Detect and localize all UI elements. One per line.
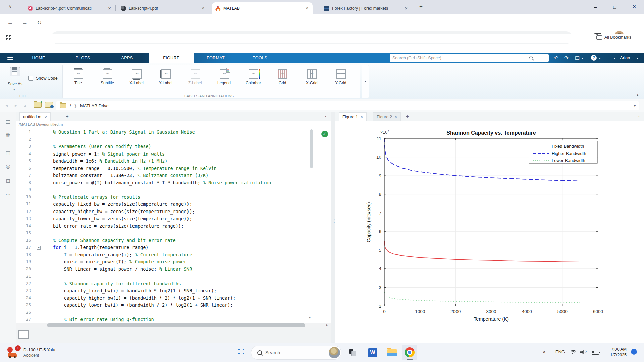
figure-menu-icon[interactable]: ⋮ (637, 114, 641, 119)
tab-search-chevron-icon[interactable]: ∨ (9, 4, 12, 9)
panel-splitter[interactable]: ⋮ (331, 112, 335, 343)
scroll-down-icon[interactable]: ▾ (309, 316, 311, 319)
tab-close-icon[interactable]: × (361, 115, 363, 119)
all-bookmarks-button[interactable]: All Bookmarks (596, 35, 631, 40)
scrollbar-thumb[interactable] (47, 323, 305, 327)
toolstrip-tab-tools[interactable]: TOOLS (238, 53, 282, 63)
word-app-icon[interactable]: W (368, 348, 377, 357)
toolstrip-button-title[interactable]: ∼Title (64, 67, 92, 85)
toolstrip-button-subtitle[interactable]: ∼Subtitle (94, 67, 121, 85)
toolstrip-tab-apps[interactable]: APPS (105, 53, 149, 63)
minimized-panel-icon[interactable] (18, 330, 29, 339)
figure-canvas[interactable]: 0100020003000400050006000234567891011Sha… (335, 121, 644, 343)
start-button[interactable] (237, 349, 244, 356)
tab-close-icon[interactable]: × (200, 5, 205, 11)
scroll-right-icon[interactable]: ▸ (326, 323, 328, 327)
user-menu[interactable]: Arian (620, 55, 630, 60)
editor-menu-icon[interactable]: ⋮ (323, 114, 328, 119)
widgets-weather-image[interactable] (329, 347, 340, 358)
language-indicator[interactable]: ENG (555, 349, 565, 354)
chrome-app-button[interactable] (402, 345, 417, 360)
window-maximize-button[interactable]: □ (605, 0, 625, 13)
tab-close-icon[interactable]: × (107, 5, 112, 11)
new-tab-button[interactable]: + (419, 3, 423, 10)
code-fold-icon[interactable]: − (37, 246, 41, 250)
show-code-checkbox[interactable]: Show Code (28, 76, 58, 81)
upload-folder-icon[interactable] (45, 102, 53, 108)
task-view-button[interactable] (349, 349, 356, 355)
notification-bell-icon[interactable] (631, 349, 637, 354)
toolstrip-collapse-icon[interactable]: ▴ (637, 93, 639, 97)
toolstrip-search-input[interactable] (390, 54, 549, 62)
help-icon[interactable]: ? (591, 55, 597, 61)
toolstrip-tab-figure[interactable]: FIGURE (149, 53, 194, 63)
workspace-grid-icon[interactable]: ▦ (0, 131, 16, 138)
breadcrumb[interactable]: / ❯ MATLAB Drive ▾ (56, 101, 639, 110)
browser-tab[interactable]: Lab-script-4.pdf× (117, 2, 209, 14)
browser-tab[interactable]: Lab-script-4.pdf: Communicati× (24, 2, 115, 14)
battery-icon[interactable] (592, 351, 599, 355)
files-panel-icon[interactable]: ▤ (0, 118, 16, 124)
toolstrip-tab-plots[interactable]: PLOTS (61, 53, 105, 63)
editor-tab[interactable]: untitled.m × (19, 112, 51, 121)
footer-ellipsis-icon[interactable]: ⋯ (32, 330, 36, 335)
clipboard-caret-icon[interactable]: ▾ (582, 57, 583, 60)
forward-icon[interactable]: → (22, 19, 28, 26)
code-analyzer-check-icon[interactable]: ✓ (321, 131, 328, 137)
layout-panel-icon[interactable]: ◫ (0, 149, 16, 156)
figure-tab[interactable]: Figure 2× (373, 112, 401, 122)
figure-new-tab-button[interactable]: + (406, 113, 409, 119)
help-caret-icon[interactable]: ▾ (599, 57, 601, 60)
file-explorer-icon[interactable] (387, 349, 397, 356)
breadcrumb-root[interactable]: / (70, 103, 71, 108)
clipboard-icon[interactable]: ▤ (575, 55, 580, 61)
tab-close-icon[interactable]: × (395, 115, 397, 119)
quick-save-icon[interactable] (543, 55, 544, 62)
taskbar-search[interactable]: Search (251, 346, 341, 360)
nav-forward-icon[interactable]: ▸ (15, 103, 17, 108)
figure-tab[interactable]: Figure 1× (339, 112, 367, 121)
toolstrip-button-ylabel[interactable]: ∼Y-Label (152, 67, 179, 85)
tab-close-icon[interactable]: × (304, 5, 309, 11)
editor-vertical-scrollbar[interactable] (310, 129, 313, 168)
gallery-expand-button[interactable]: ▾ (362, 65, 369, 98)
more-tools-icon[interactable]: ⋯ (0, 191, 16, 197)
toolstrip-button-ygrid[interactable]: ∼Y-Grid (327, 67, 355, 85)
volume-muted-icon[interactable] (580, 350, 589, 354)
toolstrip-button-grid[interactable]: ∼Grid (269, 67, 296, 85)
undo-icon[interactable]: ↶ (554, 55, 558, 61)
reload-icon[interactable]: ↻ (37, 19, 42, 26)
toolstrip-button-colorbar[interactable]: ∼Colorbar (239, 67, 267, 85)
hierarchy-icon[interactable]: ⊞ (0, 178, 16, 184)
chart-legend[interactable]: Fixed BandwidthHigher BandwidthLower Ban… (529, 141, 597, 163)
window-close-button[interactable]: × (625, 0, 644, 13)
toolstrip-button-xgrid[interactable]: ∼X-Grid (298, 67, 325, 85)
apps-grid-icon[interactable] (5, 35, 11, 41)
toolstrip-tab-home[interactable]: HOME (16, 53, 61, 63)
close-icon[interactable]: × (44, 115, 47, 120)
window-minimize-button[interactable]: – (586, 0, 605, 13)
breadcrumb-current[interactable]: MATLAB Drive (80, 103, 109, 108)
editor-horizontal-scrollbar[interactable]: ▸ (16, 323, 331, 328)
clock[interactable]: 7:00 AM 1/7/2025 (602, 347, 627, 358)
tab-close-icon[interactable]: × (404, 5, 409, 11)
new-folder-icon[interactable] (34, 102, 42, 108)
toolstrip-tab-format[interactable]: FORMAT (194, 53, 238, 63)
traffic-notification[interactable]: 1 D-100 / E-5 Yolu Accident (6, 346, 55, 359)
user-caret-icon[interactable]: ▾ (637, 57, 638, 60)
nav-back-icon[interactable]: ◂ (5, 103, 8, 108)
save-as-caret-icon[interactable]: ▾ (13, 88, 15, 91)
code-area[interactable]: 1% Question 1 Part a: Binary Signal in G… (16, 128, 331, 323)
hamburger-menu-icon[interactable] (7, 56, 13, 60)
editor-new-tab-button[interactable]: + (66, 113, 69, 119)
browser-tab[interactable]: Forex Factory | Forex markets × (321, 2, 412, 14)
toolstrip-button-legend[interactable]: ∼Legend (210, 67, 238, 85)
redo-icon[interactable]: ↷ (564, 55, 569, 61)
hidden-icons-chevron[interactable]: ∧ (543, 349, 546, 354)
save-as-button[interactable]: Save As (5, 82, 25, 86)
checkbox-icon[interactable] (28, 76, 33, 81)
toolstrip-button-xlabel[interactable]: ∼X-Label (123, 67, 150, 85)
settings-caret-icon[interactable]: ▾ (614, 57, 615, 60)
nav-up-icon[interactable]: ▴ (24, 103, 26, 108)
breadcrumb-caret-icon[interactable]: ▾ (634, 104, 636, 108)
